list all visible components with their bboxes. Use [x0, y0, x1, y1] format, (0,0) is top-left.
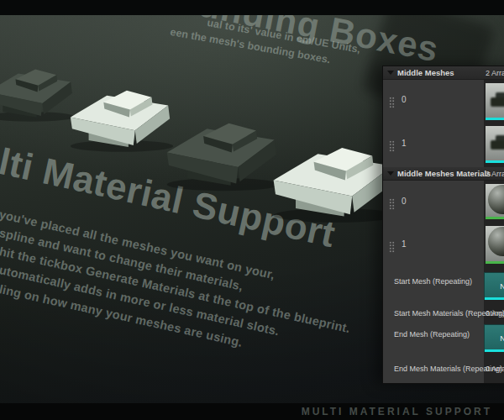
mesh-thumbnail[interactable]	[486, 83, 504, 120]
start-mesh-combobox[interactable]: None	[484, 272, 504, 300]
material-sphere-preview	[488, 185, 504, 214]
array-index-label: 0	[402, 95, 407, 104]
category-middle-meshes[interactable]: Middle Meshes 2 Array	[383, 66, 504, 80]
array-count: 2 Array	[486, 170, 504, 178]
drag-handle-icon[interactable]	[389, 140, 395, 152]
array-index-label: 1	[402, 139, 407, 148]
combo-value: None	[500, 334, 504, 343]
footer-bar: MULTI MATERIAL SUPPORT	[0, 403, 504, 420]
static-mesh-color-strip	[485, 297, 504, 300]
static-mesh-color-strip	[486, 118, 504, 120]
category-middle-meshes-materials[interactable]: Middle Meshes Materials 2 Array	[383, 167, 504, 181]
array-index-label: 0	[402, 197, 407, 206]
start-mesh-label: Start Mesh (Repeating)	[394, 277, 472, 286]
expander-arrow-icon[interactable]	[387, 71, 394, 75]
drag-handle-icon[interactable]	[389, 97, 395, 108]
end-mesh-materials-value: 0 Array	[486, 365, 504, 373]
material-color-strip	[486, 261, 504, 264]
start-mesh-materials-value: 0 Array	[486, 309, 504, 318]
static-mesh-color-strip	[485, 349, 504, 352]
drag-handle-icon[interactable]	[389, 241, 395, 253]
material-color-strip	[486, 217, 504, 219]
material-sphere-preview	[488, 227, 504, 256]
end-mesh-label: End Mesh (Repeating)	[394, 330, 470, 339]
footer-title: MULTI MATERIAL SUPPORT	[302, 406, 492, 417]
array-index-label: 1	[402, 239, 407, 249]
top-black-bar	[0, 0, 504, 15]
details-panel: Middle Meshes 2 Array 0 1 Middle Meshes …	[382, 66, 504, 384]
array-count: 2 Array	[486, 69, 504, 77]
material-thumbnail[interactable]	[486, 184, 504, 219]
mesh-thumbnail[interactable]	[486, 126, 504, 163]
drag-handle-icon[interactable]	[389, 198, 395, 210]
combo-value: None	[500, 282, 504, 291]
expander-arrow-icon[interactable]	[387, 171, 394, 176]
end-mesh-combobox[interactable]: None	[484, 324, 504, 352]
static-mesh-color-strip	[486, 160, 504, 163]
promo-image: { "scene": { "top_heading": "Bounding Bo…	[0, 0, 504, 420]
material-thumbnail[interactable]	[486, 226, 504, 264]
